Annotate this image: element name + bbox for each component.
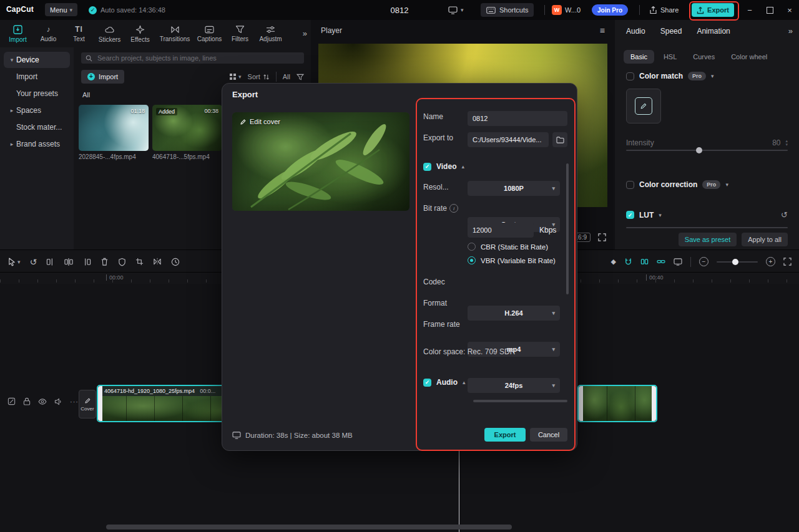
sort-button[interactable]: Sort: [248, 73, 270, 80]
magnet-icon[interactable]: [624, 258, 632, 266]
select-tool-button[interactable]: ▾: [7, 258, 21, 266]
more-icon[interactable]: ···: [70, 398, 79, 405]
framerate-select[interactable]: 24fps ▾: [468, 378, 560, 393]
lut-slider[interactable]: [626, 227, 788, 228]
clip-left-handle[interactable]: [579, 386, 583, 421]
tab-speed[interactable]: Speed: [660, 27, 682, 36]
horizontal-scrollbar[interactable]: [106, 525, 512, 530]
tab-text[interactable]: TI Text: [64, 25, 94, 42]
apply-to-all-button[interactable]: Apply to all: [742, 233, 788, 246]
search-input[interactable]: [96, 54, 300, 62]
sidebar-item-spaces[interactable]: ▸ Spaces: [4, 102, 70, 118]
crop-icon[interactable]: [135, 258, 144, 266]
speed-icon[interactable]: [171, 258, 180, 266]
delete-icon[interactable]: [100, 258, 109, 266]
shortcuts-button[interactable]: Shortcuts: [481, 3, 534, 17]
tab-audio[interactable]: ♪ Audio: [33, 25, 64, 42]
subtab-color-wheel[interactable]: Color wheel: [724, 50, 774, 64]
clip-right-handle[interactable]: [652, 386, 656, 421]
split-icon[interactable]: [64, 258, 73, 266]
resolution-select[interactable]: 1080P ▾: [468, 181, 560, 196]
info-icon[interactable]: i: [449, 204, 458, 213]
color-match-checkbox[interactable]: [626, 72, 634, 80]
intensity-stepper[interactable]: ▴ ▾: [785, 139, 788, 147]
keyframe-icon[interactable]: ◆: [611, 258, 616, 266]
zoom-in-icon[interactable]: +: [766, 257, 775, 266]
dialog-cancel-button[interactable]: Cancel: [530, 428, 567, 442]
lut-checkbox[interactable]: ✓: [626, 211, 634, 219]
export-path-input[interactable]: [468, 132, 549, 147]
chevron-up-icon[interactable]: ▴: [461, 163, 464, 170]
fit-timeline-icon[interactable]: [783, 258, 792, 266]
color-match-reference[interactable]: [626, 89, 661, 123]
track-options-icon[interactable]: [7, 397, 16, 405]
workspace-button[interactable]: W W...0: [552, 0, 581, 20]
subtab-curves[interactable]: Curves: [686, 50, 722, 64]
tab-animation[interactable]: Animation: [697, 27, 730, 36]
sidebar-item-your-presets[interactable]: Your presets: [4, 85, 70, 102]
sidebar-item-device[interactable]: ▾ Device: [4, 52, 70, 68]
filter-all-button[interactable]: All: [283, 73, 290, 80]
player-menu-icon[interactable]: ≡: [600, 26, 605, 36]
dialog-scrollbar[interactable]: [566, 163, 569, 294]
fullscreen-icon[interactable]: [598, 233, 606, 241]
browse-folder-button[interactable]: [552, 132, 567, 147]
tab-import[interactable]: Import: [2, 25, 33, 43]
mirror-icon[interactable]: [153, 258, 162, 266]
edit-cover-button[interactable]: Edit cover: [240, 118, 280, 125]
codec-select[interactable]: H.264 ▾: [468, 306, 560, 321]
timeline-zoom-slider[interactable]: [717, 261, 758, 263]
maximize-button[interactable]: [760, 0, 779, 20]
media-thumbnail[interactable]: 01:18: [79, 105, 149, 151]
reset-icon[interactable]: ↺: [781, 210, 788, 220]
subtab-hsl[interactable]: HSL: [657, 50, 684, 64]
export-button[interactable]: Export: [692, 3, 734, 17]
audio-checkbox[interactable]: ✓: [423, 379, 431, 387]
subtab-basic[interactable]: Basic: [624, 50, 654, 64]
bitrate-custom-input[interactable]: [468, 223, 534, 238]
tab-adjustment[interactable]: Adjustm: [255, 26, 286, 42]
mask-icon[interactable]: [118, 258, 126, 266]
timeline-clip[interactable]: [577, 385, 657, 422]
hide-track-icon[interactable]: [38, 399, 47, 405]
media-item[interactable]: Added 00:38 4064718-...5fps.mp4: [152, 105, 222, 160]
more-tabs-icon[interactable]: »: [788, 26, 793, 36]
tab-captions[interactable]: Captions: [194, 26, 225, 42]
zoom-out-icon[interactable]: −: [699, 257, 708, 266]
sidebar-item-brand-assets[interactable]: ▸ Brand assets: [4, 136, 70, 152]
close-button[interactable]: ×: [780, 0, 799, 20]
sidebar-item-import[interactable]: Import: [4, 69, 70, 85]
intensity-slider[interactable]: [626, 150, 788, 151]
media-thumbnail[interactable]: Added 00:38: [152, 105, 222, 151]
tab-transitions[interactable]: Transitions: [155, 26, 194, 42]
intensity-slider-knob[interactable]: [696, 147, 702, 153]
cbr-radio[interactable]: [468, 243, 476, 251]
mute-track-icon[interactable]: [54, 398, 62, 405]
display-settings-button[interactable]: ▾: [448, 0, 464, 20]
tab-audio[interactable]: Audio: [626, 27, 645, 36]
minimize-button[interactable]: −: [740, 0, 759, 20]
video-checkbox[interactable]: ✓: [423, 163, 431, 171]
grid-view-button[interactable]: ▾: [229, 73, 242, 80]
zoom-slider-knob[interactable]: [732, 259, 738, 265]
vbr-radio[interactable]: [468, 256, 476, 264]
media-item[interactable]: 01:18 2028845-...4fps.mp4: [79, 105, 149, 160]
tab-filters[interactable]: Filters: [225, 25, 255, 42]
save-as-preset-button[interactable]: Save as preset: [679, 233, 737, 246]
import-media-button[interactable]: + Import: [81, 70, 124, 84]
filter-icon[interactable]: [297, 74, 304, 80]
trim-left-icon[interactable]: [46, 258, 55, 266]
share-button[interactable]: Share: [649, 0, 679, 20]
snap-icon[interactable]: [640, 258, 649, 266]
vbr-option[interactable]: VBR (Variable Bit Rate): [468, 256, 556, 264]
sidebar-item-stock-materials[interactable]: Stock mater...: [4, 119, 70, 135]
clip-left-handle[interactable]: [98, 386, 102, 421]
trim-right-icon[interactable]: [82, 258, 91, 266]
preview-axis-icon[interactable]: [674, 258, 682, 266]
link-icon[interactable]: [657, 258, 665, 266]
color-correction-checkbox[interactable]: [626, 181, 634, 189]
dialog-export-button[interactable]: Export: [484, 428, 526, 442]
menu-button[interactable]: Menu ▾: [45, 3, 77, 16]
tab-stickers[interactable]: Stickers: [94, 25, 125, 43]
cover-button[interactable]: Cover: [79, 390, 96, 418]
